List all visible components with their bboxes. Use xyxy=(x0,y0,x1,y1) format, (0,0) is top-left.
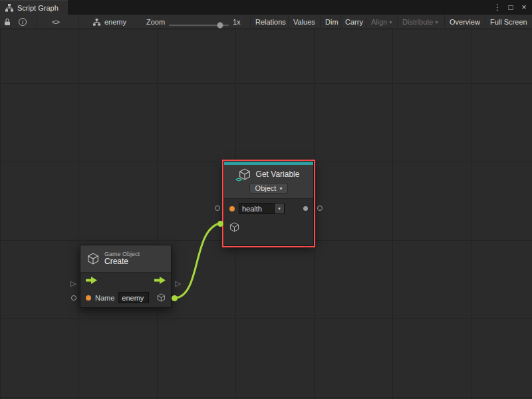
variable-scope-dropdown[interactable]: Object ▾ xyxy=(249,183,289,194)
chevron-down-icon: ▾ xyxy=(435,19,438,25)
variable-scope-label: Object xyxy=(255,184,277,192)
carry-button[interactable]: Carry xyxy=(340,15,368,29)
button-label: Align xyxy=(371,18,387,26)
window-controls: ⋮ □ × xyxy=(492,0,529,15)
value-input-port[interactable] xyxy=(229,206,235,211)
info-button[interactable]: i xyxy=(19,15,27,29)
button-label: Full Screen xyxy=(490,18,527,26)
create-node-header: Game Object Create xyxy=(80,245,171,273)
flow-input-port[interactable]: ▷ xyxy=(70,280,76,287)
maximize-icon[interactable]: □ xyxy=(505,3,516,12)
graph-canvas[interactable]: <> Get Variable Object ▾ ▾ xyxy=(0,29,532,399)
name-row: Name xyxy=(80,288,171,307)
toolbar-separator xyxy=(37,15,37,29)
gameobject-cube-icon xyxy=(87,253,99,265)
chevron-down-icon: ▾ xyxy=(278,206,281,211)
zoom-value-label: 1x xyxy=(233,15,241,29)
button-label: Values xyxy=(293,18,315,26)
chevron-down-icon: ▾ xyxy=(279,186,282,192)
node-gameobject-create[interactable]: Game Object Create Name ▷ ▷ xyxy=(80,245,172,308)
title-bar: Script Graph ⋮ □ × xyxy=(0,0,532,15)
graph-toolbar: i <> enemy Zoom 1x Relations Values Dim … xyxy=(0,15,532,29)
toolbar-separator xyxy=(78,15,79,29)
get-variable-header: <> Get Variable Object ▾ xyxy=(224,165,313,199)
graph-breadcrumb[interactable]: enemy xyxy=(93,15,126,29)
variable-cube-icon: <> xyxy=(238,168,251,180)
relations-button[interactable]: Relations xyxy=(250,15,291,29)
kebab-menu-icon[interactable]: ⋮ xyxy=(492,3,503,12)
script-graph-icon xyxy=(5,4,13,12)
connected-output-port[interactable] xyxy=(172,295,178,301)
value-output-dot[interactable] xyxy=(303,206,308,211)
distribute-button[interactable]: Distribute ▾ xyxy=(397,15,442,29)
values-button[interactable]: Values xyxy=(288,15,320,29)
tab-title: Script Graph xyxy=(17,4,59,12)
name-input[interactable] xyxy=(118,292,149,303)
connection-wire[interactable] xyxy=(176,223,219,298)
button-label: Distribute xyxy=(402,18,433,26)
name-port-circle[interactable] xyxy=(71,295,76,301)
variable-name-dropdown-button[interactable]: ▾ xyxy=(275,203,285,214)
variable-name-input[interactable] xyxy=(239,203,275,214)
lock-icon xyxy=(4,18,11,26)
node-get-variable[interactable]: <> Get Variable Object ▾ ▾ xyxy=(223,161,314,246)
lock-button[interactable] xyxy=(4,15,11,29)
flow-row xyxy=(80,273,171,288)
close-icon[interactable]: × xyxy=(519,3,529,12)
flow-in-arrow-icon[interactable] xyxy=(86,277,97,284)
button-label: Relations xyxy=(255,18,286,26)
button-label: Dim xyxy=(325,18,338,26)
node-title: Get Variable xyxy=(256,170,300,179)
code-view-button[interactable]: <> xyxy=(52,15,59,29)
script-graph-icon xyxy=(93,19,100,26)
code-icon: <> xyxy=(236,176,242,183)
flow-output-port[interactable]: ▷ xyxy=(176,280,181,287)
param-label: Name xyxy=(95,294,114,302)
output-port-circle[interactable] xyxy=(317,205,323,211)
gameobject-port-cube-icon xyxy=(229,222,239,232)
align-button[interactable]: Align ▾ xyxy=(366,15,396,29)
graph-name-label: enemy xyxy=(104,18,126,26)
input-port-circle[interactable] xyxy=(215,205,220,211)
node-title: Create xyxy=(104,257,140,267)
chevron-down-icon: ▾ xyxy=(389,19,392,25)
full-screen-button[interactable]: Full Screen xyxy=(485,15,532,29)
button-label: Carry xyxy=(345,18,363,26)
zoom-slider[interactable] xyxy=(169,15,229,29)
code-icon: <> xyxy=(52,18,59,26)
zoom-label: Zoom xyxy=(146,15,165,29)
flow-out-arrow-icon[interactable] xyxy=(154,277,166,284)
zoom-slider-track[interactable] xyxy=(169,25,229,26)
gameobject-output-cube-icon xyxy=(157,293,166,303)
button-label: Overview xyxy=(450,18,480,26)
tab-script-graph[interactable]: Script Graph xyxy=(0,0,68,15)
info-icon: i xyxy=(19,18,27,26)
overview-button[interactable]: Overview xyxy=(444,15,485,29)
name-input-port[interactable] xyxy=(86,295,91,301)
zoom-slider-handle[interactable] xyxy=(217,22,223,29)
get-variable-body: ▾ xyxy=(224,199,313,245)
connected-gameobject-port[interactable] xyxy=(217,221,223,227)
